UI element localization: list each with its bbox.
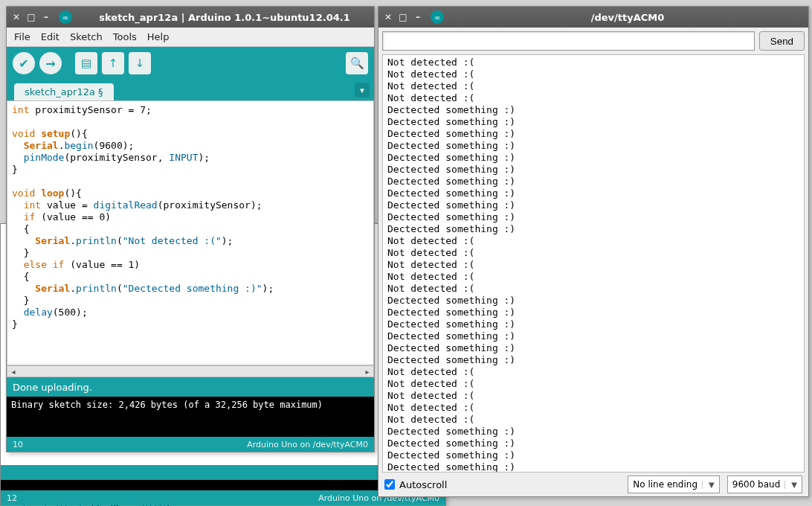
close-icon[interactable]: ✕ [383,12,393,22]
close-icon[interactable]: ✕ [11,12,22,22]
ide-titlebar[interactable]: ✕ □ – ∞ sketch_apr12a | Arduino 1.0.1~ub… [7,7,374,28]
ide-title: sketch_apr12a | Arduino 1.0.1~ubuntu12.0… [80,12,370,23]
ide-statusbar: 10 Arduino Uno on /dev/ttyACM0 [7,437,374,452]
status-message: Done uploading. [7,377,374,397]
line-ending-select[interactable]: No line ending▼ [628,475,719,493]
serial-toolbar: Autoscroll No line ending▼ 9600 baud▼ [378,473,808,496]
arduino-logo-icon: ∞ [59,10,72,24]
baud-select[interactable]: 9600 baud▼ [727,475,802,493]
menu-tools[interactable]: Tools [113,31,137,42]
board-status: Arduino Uno on /dev/ttyACM0 [247,440,368,449]
ide-tabbar: sketch_apr12a § ▾ [7,80,374,100]
send-button[interactable]: Send [759,31,805,51]
save-button[interactable]: ↓ [129,52,151,74]
verify-button[interactable]: ✔ [13,52,35,74]
sketch-tab[interactable]: sketch_apr12a § [14,83,114,100]
serial-output[interactable]: Not detected :( Not detected :( Not dete… [382,54,805,473]
serial-window: ✕ □ – ∞ /dev/ttyACM0 Send Not detected :… [378,6,809,497]
menu-sketch[interactable]: Sketch [70,31,103,42]
tab-menu-button[interactable]: ▾ [355,83,370,97]
console-output[interactable]: Binary sketch size: 2,426 bytes (of a 32… [7,397,374,437]
open-button[interactable]: ↑ [102,52,124,74]
minimize-icon[interactable]: – [41,12,51,22]
maximize-icon[interactable]: □ [398,12,408,22]
minimize-icon[interactable]: – [413,12,423,22]
ide-toolbar: ✔ → ▤ ↑ ↓ 🔍 [7,47,374,80]
maximize-icon[interactable]: □ [26,12,36,22]
serial-monitor-button[interactable]: 🔍 [346,52,368,74]
new-button[interactable]: ▤ [75,52,97,74]
scroll-left-icon[interactable]: ◂ [7,366,19,377]
serial-input[interactable] [382,31,755,51]
menu-file[interactable]: File [14,31,30,42]
menu-edit[interactable]: Edit [41,31,59,42]
autoscroll-checkbox[interactable]: Autoscroll [384,479,447,490]
serial-titlebar[interactable]: ✕ □ – ∞ /dev/ttyACM0 [378,7,808,28]
menu-help[interactable]: Help [147,31,170,42]
line-number: 10 [13,440,23,449]
upload-button[interactable]: → [39,52,62,74]
serial-title: /dev/ttyACM0 [451,12,804,23]
arduino-logo-icon: ∞ [431,10,444,24]
chevron-down-icon: ▼ [702,481,715,489]
serial-input-row: Send [378,28,808,54]
scroll-right-icon[interactable]: ▸ [361,366,373,377]
bg-line-number: 12 [7,493,17,503]
horizontal-scrollbar[interactable]: ◂ ▸ [7,365,374,377]
code-editor[interactable]: int proximitySensor = 7; void setup(){ S… [7,100,374,365]
ide-menubar: File Edit Sketch Tools Help [7,28,374,47]
chevron-down-icon: ▼ [784,481,797,489]
ide-window: ✕ □ – ∞ sketch_apr12a | Arduino 1.0.1~ub… [6,6,375,452]
